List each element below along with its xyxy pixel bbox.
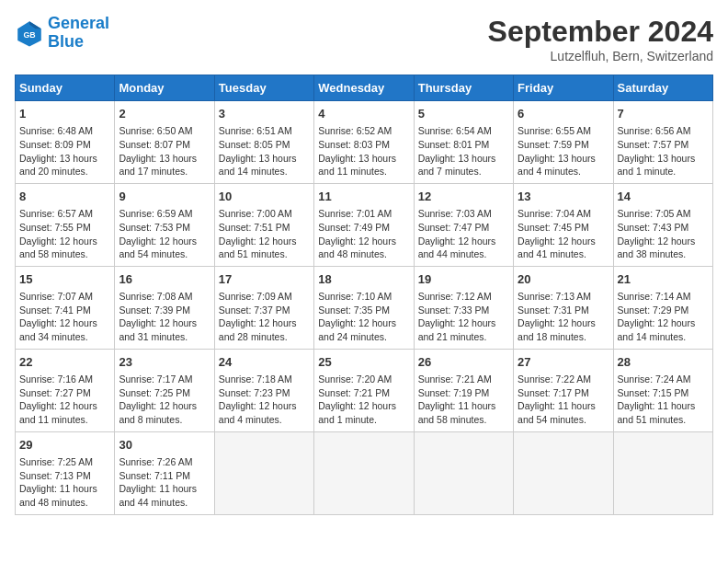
day-info: Sunrise: 6:52 AM Sunset: 8:03 PM Dayligh… (318, 124, 409, 178)
day-info: Sunrise: 7:22 AM Sunset: 7:17 PM Dayligh… (518, 373, 609, 427)
day-number: 1 (19, 106, 110, 122)
calendar-cell: 17Sunrise: 7:09 AM Sunset: 7:37 PM Dayli… (214, 266, 313, 349)
calendar-cell: 24Sunrise: 7:18 AM Sunset: 7:23 PM Dayli… (214, 349, 313, 431)
day-info: Sunrise: 6:56 AM Sunset: 7:57 PM Dayligh… (618, 124, 709, 178)
day-info: Sunrise: 7:24 AM Sunset: 7:15 PM Dayligh… (618, 373, 709, 427)
calendar-cell: 25Sunrise: 7:20 AM Sunset: 7:21 PM Dayli… (314, 349, 414, 431)
calendar-cell: 12Sunrise: 7:03 AM Sunset: 7:47 PM Dayli… (414, 183, 513, 266)
day-number: 18 (318, 271, 409, 288)
page-header: GB General Blue September 2024 Lutzelflu… (15, 15, 713, 63)
day-info: Sunrise: 7:03 AM Sunset: 7:47 PM Dayligh… (418, 207, 509, 261)
calendar-week-row: 8Sunrise: 6:57 AM Sunset: 7:55 PM Daylig… (16, 183, 713, 266)
day-info: Sunrise: 6:50 AM Sunset: 8:07 PM Dayligh… (119, 124, 210, 178)
calendar-week-row: 1Sunrise: 6:48 AM Sunset: 8:09 PM Daylig… (16, 101, 713, 184)
logo: GB General Blue (15, 15, 109, 52)
day-number: 4 (318, 106, 409, 122)
calendar-cell: 27Sunrise: 7:22 AM Sunset: 7:17 PM Dayli… (514, 349, 613, 431)
day-info: Sunrise: 7:16 AM Sunset: 7:27 PM Dayligh… (19, 373, 110, 427)
day-number: 3 (219, 106, 310, 122)
day-info: Sunrise: 7:05 AM Sunset: 7:43 PM Dayligh… (618, 207, 709, 261)
calendar-cell: 18Sunrise: 7:10 AM Sunset: 7:35 PM Dayli… (314, 266, 414, 349)
day-info: Sunrise: 6:57 AM Sunset: 7:55 PM Dayligh… (19, 207, 110, 261)
calendar-header: SundayMondayTuesdayWednesdayThursdayFrid… (16, 75, 713, 101)
day-number: 29 (19, 437, 110, 454)
calendar-cell: 23Sunrise: 7:17 AM Sunset: 7:25 PM Dayli… (115, 349, 214, 431)
calendar-cell: 11Sunrise: 7:01 AM Sunset: 7:49 PM Dayli… (314, 183, 414, 266)
day-number: 5 (418, 106, 509, 122)
calendar-cell: 14Sunrise: 7:05 AM Sunset: 7:43 PM Dayli… (613, 183, 712, 266)
day-number: 24 (219, 354, 310, 371)
calendar-cell: 28Sunrise: 7:24 AM Sunset: 7:15 PM Dayli… (613, 349, 712, 431)
calendar-cell (414, 431, 513, 514)
calendar-cell: 6Sunrise: 6:55 AM Sunset: 7:59 PM Daylig… (514, 101, 613, 184)
logo-icon: GB (15, 18, 44, 48)
day-number: 11 (318, 189, 409, 205)
day-info: Sunrise: 7:17 AM Sunset: 7:25 PM Dayligh… (119, 373, 210, 427)
calendar-cell: 9Sunrise: 6:59 AM Sunset: 7:53 PM Daylig… (115, 183, 214, 266)
day-number: 26 (418, 354, 509, 371)
day-info: Sunrise: 7:18 AM Sunset: 7:23 PM Dayligh… (219, 373, 310, 427)
day-number: 8 (19, 189, 110, 205)
weekday-header: Sunday (16, 75, 115, 101)
day-info: Sunrise: 7:04 AM Sunset: 7:45 PM Dayligh… (518, 207, 609, 261)
day-number: 21 (618, 271, 709, 288)
calendar-body: 1Sunrise: 6:48 AM Sunset: 8:09 PM Daylig… (16, 101, 713, 515)
day-number: 22 (19, 354, 110, 371)
location-title: Lutzelfluh, Bern, Switzerland (488, 49, 713, 63)
day-number: 7 (618, 106, 709, 122)
weekday-header: Friday (514, 75, 613, 101)
day-number: 6 (518, 106, 609, 122)
calendar-cell: 8Sunrise: 6:57 AM Sunset: 7:55 PM Daylig… (16, 183, 115, 266)
day-number: 23 (119, 354, 210, 371)
day-number: 28 (618, 354, 709, 371)
day-number: 12 (418, 189, 509, 205)
day-number: 2 (119, 106, 210, 122)
calendar-cell (613, 431, 712, 514)
calendar-cell: 21Sunrise: 7:14 AM Sunset: 7:29 PM Dayli… (613, 266, 712, 349)
weekday-header: Tuesday (214, 75, 313, 101)
calendar-cell: 3Sunrise: 6:51 AM Sunset: 8:05 PM Daylig… (214, 101, 313, 184)
calendar-week-row: 15Sunrise: 7:07 AM Sunset: 7:41 PM Dayli… (16, 266, 713, 349)
calendar-cell: 15Sunrise: 7:07 AM Sunset: 7:41 PM Dayli… (16, 266, 115, 349)
day-info: Sunrise: 7:01 AM Sunset: 7:49 PM Dayligh… (318, 207, 409, 261)
weekday-header: Wednesday (314, 75, 414, 101)
day-info: Sunrise: 7:26 AM Sunset: 7:11 PM Dayligh… (119, 455, 210, 510)
calendar-cell (314, 431, 414, 514)
day-info: Sunrise: 7:08 AM Sunset: 7:39 PM Dayligh… (119, 290, 210, 344)
calendar-week-row: 29Sunrise: 7:25 AM Sunset: 7:13 PM Dayli… (16, 431, 713, 514)
day-info: Sunrise: 7:07 AM Sunset: 7:41 PM Dayligh… (19, 290, 110, 344)
svg-text:GB: GB (23, 30, 35, 40)
calendar-cell (514, 431, 613, 514)
calendar-cell: 26Sunrise: 7:21 AM Sunset: 7:19 PM Dayli… (414, 349, 513, 431)
weekday-header: Monday (115, 75, 214, 101)
day-number: 16 (119, 271, 210, 288)
day-info: Sunrise: 7:21 AM Sunset: 7:19 PM Dayligh… (418, 373, 509, 427)
calendar-table: SundayMondayTuesdayWednesdayThursdayFrid… (15, 75, 713, 515)
day-number: 17 (219, 271, 310, 288)
weekday-header: Saturday (613, 75, 712, 101)
day-number: 9 (119, 189, 210, 205)
day-info: Sunrise: 7:20 AM Sunset: 7:21 PM Dayligh… (318, 373, 409, 427)
day-info: Sunrise: 6:48 AM Sunset: 8:09 PM Dayligh… (19, 124, 110, 178)
day-info: Sunrise: 6:55 AM Sunset: 7:59 PM Dayligh… (518, 124, 609, 178)
day-number: 20 (518, 271, 609, 288)
logo-text: General Blue (48, 15, 109, 52)
day-info: Sunrise: 7:13 AM Sunset: 7:31 PM Dayligh… (518, 290, 609, 344)
day-info: Sunrise: 7:09 AM Sunset: 7:37 PM Dayligh… (219, 290, 310, 344)
calendar-cell: 5Sunrise: 6:54 AM Sunset: 8:01 PM Daylig… (414, 101, 513, 184)
day-info: Sunrise: 6:54 AM Sunset: 8:01 PM Dayligh… (418, 124, 509, 178)
month-title: September 2024 (488, 15, 713, 49)
day-number: 19 (418, 271, 509, 288)
title-block: September 2024 Lutzelfluh, Bern, Switzer… (488, 15, 713, 63)
day-info: Sunrise: 6:59 AM Sunset: 7:53 PM Dayligh… (119, 207, 210, 261)
day-info: Sunrise: 7:12 AM Sunset: 7:33 PM Dayligh… (418, 290, 509, 344)
calendar-cell: 13Sunrise: 7:04 AM Sunset: 7:45 PM Dayli… (514, 183, 613, 266)
calendar-cell: 16Sunrise: 7:08 AM Sunset: 7:39 PM Dayli… (115, 266, 214, 349)
calendar-week-row: 22Sunrise: 7:16 AM Sunset: 7:27 PM Dayli… (16, 349, 713, 431)
day-number: 13 (518, 189, 609, 205)
calendar-cell: 29Sunrise: 7:25 AM Sunset: 7:13 PM Dayli… (16, 431, 115, 514)
weekday-header: Thursday (414, 75, 513, 101)
calendar-cell: 7Sunrise: 6:56 AM Sunset: 7:57 PM Daylig… (613, 101, 712, 184)
calendar-cell: 1Sunrise: 6:48 AM Sunset: 8:09 PM Daylig… (16, 101, 115, 184)
day-number: 25 (318, 354, 409, 371)
